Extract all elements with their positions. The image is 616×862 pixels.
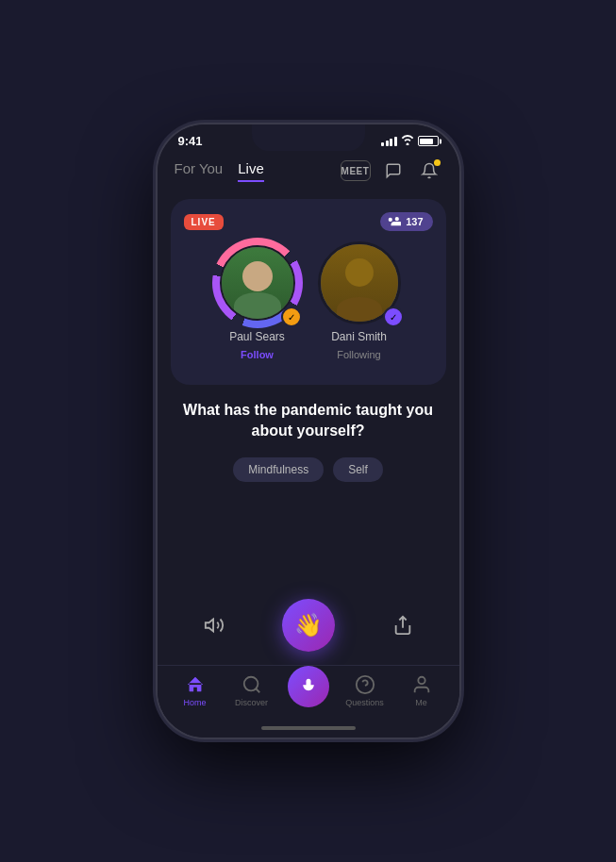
live-badge: LIVE <box>184 214 224 230</box>
questions-label: Questions <box>345 698 384 707</box>
phone-frame: 9:41 For Yo <box>158 124 459 738</box>
notch <box>252 124 365 151</box>
tab-live[interactable]: Live <box>238 160 264 182</box>
search-icon <box>241 674 262 695</box>
nav-mic[interactable] <box>285 673 332 707</box>
question-section: What has the pandemic taught you about y… <box>158 385 459 489</box>
tag-self[interactable]: Self <box>333 457 383 482</box>
home-indicator <box>261 726 356 730</box>
status-time: 9:41 <box>178 134 203 148</box>
tags-row: Mindfulness Self <box>176 457 441 482</box>
dani-name: Dani Smith <box>331 330 387 343</box>
share-button[interactable] <box>384 606 422 644</box>
avatars-row: ✓ Paul Sears Follow 2:59 ✓ <box>184 241 433 360</box>
dani-verified-badge: ✓ <box>383 307 404 327</box>
discover-label: Discover <box>235 698 268 707</box>
live-card: LIVE 137 <box>171 199 446 385</box>
people-icon <box>388 217 401 226</box>
phone-screen: 9:41 For Yo <box>158 124 459 738</box>
home-label: Home <box>183 698 206 707</box>
host-dani: 2:59 ✓ Dani Smith Following <box>318 241 401 360</box>
nav-tabs: For You Live <box>175 160 341 182</box>
svg-line-2 <box>256 688 259 692</box>
action-bar: 👋 <box>158 586 459 665</box>
paul-name: Paul Sears <box>229 330 285 343</box>
volume-button[interactable] <box>195 606 233 644</box>
nav-me[interactable]: Me <box>398 674 445 707</box>
battery-icon <box>418 136 439 146</box>
svg-point-5 <box>418 676 425 683</box>
me-label: Me <box>415 698 427 707</box>
dani-avatar-wrapper: 2:59 ✓ <box>318 241 401 324</box>
bottom-nav: Home Discover Ques <box>158 665 459 722</box>
question-text: What has the pandemic taught you about y… <box>176 400 441 442</box>
wifi-icon <box>401 135 414 147</box>
notification-icon-button[interactable] <box>416 157 442 184</box>
nav-discover[interactable]: Discover <box>228 674 275 707</box>
paul-verified-badge: ✓ <box>281 307 302 327</box>
nav-icons: MEET <box>341 157 442 184</box>
meet-button[interactable]: MEET <box>341 160 371 181</box>
mic-button[interactable] <box>288 666 329 707</box>
host-paul: ✓ Paul Sears Follow <box>216 241 299 360</box>
svg-marker-0 <box>205 620 212 632</box>
home-icon <box>185 674 206 695</box>
paul-avatar-wrapper: ✓ <box>216 241 299 324</box>
paul-photo <box>222 247 293 319</box>
nav-questions[interactable]: Questions <box>341 674 389 707</box>
signal-icon <box>381 137 397 146</box>
person-icon <box>411 674 432 695</box>
paul-follow-button[interactable]: Follow <box>241 349 274 360</box>
viewer-count: 137 <box>380 212 432 231</box>
nav-home[interactable]: Home <box>172 674 219 707</box>
dani-timer: 2:59 <box>378 241 400 248</box>
main-content: LIVE 137 <box>158 191 459 586</box>
question-icon <box>355 674 375 695</box>
top-nav: For You Live MEET <box>158 152 459 191</box>
status-icons <box>381 135 439 147</box>
tab-for-you[interactable]: For You <box>175 160 224 182</box>
mic-icon <box>299 677 318 696</box>
dani-following-label: Following <box>337 349 380 360</box>
raise-hand-button[interactable]: 👋 <box>282 599 335 652</box>
svg-point-1 <box>243 676 258 690</box>
notification-dot <box>434 159 441 166</box>
tag-mindfulness[interactable]: Mindfulness <box>233 457 324 482</box>
chat-icon-button[interactable] <box>380 157 407 184</box>
